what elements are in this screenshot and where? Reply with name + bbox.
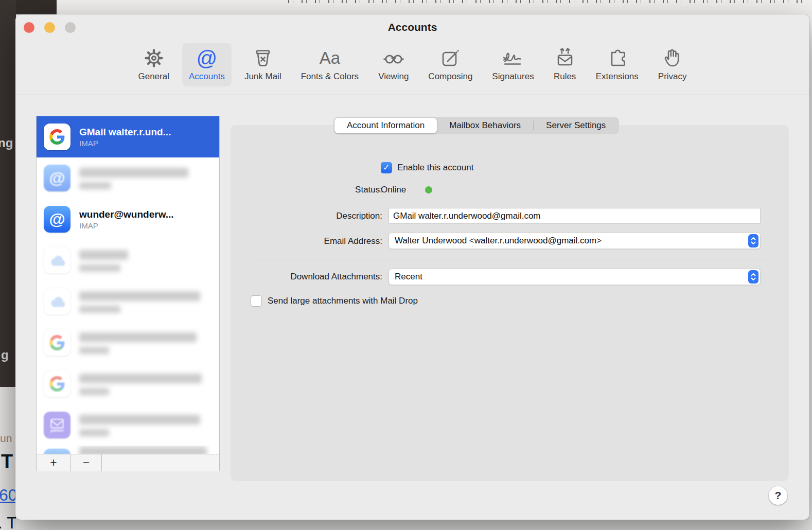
compose-icon bbox=[439, 45, 462, 71]
background-link-fragment: 60 bbox=[0, 486, 16, 505]
toolbar-item-fonts-colors[interactable]: Aa Fonts & Colors bbox=[294, 43, 365, 86]
account-type: IMAP bbox=[79, 221, 174, 230]
redacted-account-title bbox=[79, 168, 188, 178]
sidebar-controls: + − bbox=[37, 454, 219, 471]
mail-at-icon: @ bbox=[44, 206, 70, 233]
toolbar-item-label: Rules bbox=[554, 72, 576, 82]
toolbar-item-label: Fonts & Colors bbox=[301, 72, 359, 82]
status-label: Status: bbox=[237, 185, 382, 195]
remove-account-button[interactable]: − bbox=[71, 454, 102, 471]
sidebar-controls-spacer bbox=[102, 454, 219, 471]
email-address-label: Email Address: bbox=[237, 236, 382, 246]
maildrop-label: Send large attachments with Mail Drop bbox=[268, 296, 418, 306]
account-row[interactable] bbox=[37, 363, 219, 404]
background-text-fragment: T bbox=[1, 451, 13, 473]
toolbar-item-label: Privacy bbox=[658, 72, 687, 82]
add-account-button[interactable]: + bbox=[37, 454, 71, 471]
tab-server-settings[interactable]: Server Settings bbox=[534, 118, 618, 133]
redacted-account-title bbox=[79, 291, 200, 301]
account-row[interactable]: GMail walter.r.und... IMAP bbox=[37, 116, 219, 157]
maildrop-checkbox[interactable] bbox=[251, 295, 262, 307]
redacted-account-title bbox=[79, 374, 202, 383]
google-logo-icon bbox=[44, 370, 70, 397]
form-divider bbox=[253, 259, 767, 259]
toolbar-item-signatures[interactable]: Signatures bbox=[485, 43, 540, 86]
toolbar-item-label: Extensions bbox=[596, 72, 639, 82]
window-title: Accounts bbox=[15, 21, 809, 33]
account-title: wunder@wunderw... bbox=[79, 209, 174, 220]
account-title: GMail walter.r.und... bbox=[79, 127, 171, 138]
email-address-popup[interactable]: Walter Underwood <walter.r.underwood@gma… bbox=[389, 233, 761, 249]
accounts-sidebar: GMail walter.r.und... IMAP@@wunder@wunde… bbox=[36, 116, 220, 471]
account-row[interactable]: @ bbox=[37, 446, 219, 454]
background-window-top-strip bbox=[0, 0, 812, 14]
account-list: GMail walter.r.und... IMAP@@wunder@wunde… bbox=[37, 116, 219, 454]
toolbar-item-label: Signatures bbox=[492, 72, 534, 82]
account-row[interactable] bbox=[37, 281, 219, 322]
toolbar-item-label: Junk Mail bbox=[244, 72, 281, 82]
download-attachments-popup[interactable]: Recent bbox=[389, 269, 761, 285]
background-text-fragment: ng bbox=[0, 136, 13, 150]
toolbar-divider bbox=[15, 95, 809, 95]
toolbar-item-label: Composing bbox=[428, 72, 472, 82]
toolbar-item-extensions[interactable]: Extensions bbox=[589, 43, 645, 86]
google-logo-icon bbox=[44, 123, 70, 150]
redacted-account-type bbox=[79, 347, 109, 354]
redacted-account-type bbox=[79, 388, 109, 395]
glasses-icon bbox=[382, 45, 405, 71]
toolbar-item-label: Viewing bbox=[378, 72, 409, 82]
icloud-cloud-icon bbox=[44, 247, 70, 274]
rules-icon bbox=[554, 45, 576, 71]
status-online-dot bbox=[425, 186, 432, 193]
enable-account-checkbox[interactable] bbox=[381, 162, 392, 173]
redacted-account-type bbox=[79, 264, 120, 272]
account-row[interactable] bbox=[37, 240, 219, 281]
puzzle-icon bbox=[606, 45, 628, 71]
status-value: Online bbox=[381, 185, 406, 195]
account-row[interactable]: @ bbox=[37, 157, 219, 199]
download-attachments-value: Recent bbox=[395, 272, 748, 282]
redacted-account-title bbox=[79, 415, 200, 425]
redacted-account-type bbox=[79, 429, 109, 436]
account-type: IMAP bbox=[79, 139, 171, 148]
toolbar-item-accounts[interactable]: @ Accounts bbox=[182, 43, 232, 86]
account-row[interactable]: yahoo! bbox=[37, 404, 219, 446]
popup-stepper-icon bbox=[748, 270, 758, 284]
popup-stepper-icon bbox=[748, 234, 758, 248]
toolbar-item-general[interactable]: General bbox=[131, 43, 175, 86]
email-address-value: Walter Underwood <walter.r.underwood@gma… bbox=[395, 236, 748, 246]
redacted-account-title bbox=[79, 250, 128, 260]
accounts-preferences-window: Accounts General@ Accounts Junk MailAa F… bbox=[15, 14, 809, 520]
toolbar-item-viewing[interactable]: Viewing bbox=[372, 43, 415, 86]
redacted-account-type bbox=[79, 182, 111, 189]
account-row[interactable]: @wunder@wunderw... IMAP bbox=[37, 199, 219, 240]
account-row[interactable] bbox=[37, 322, 219, 363]
toolbar-item-label: Accounts bbox=[189, 72, 225, 82]
toolbar-item-rules[interactable]: Rules bbox=[547, 43, 583, 86]
yahoo-mail-icon: yahoo! bbox=[44, 412, 70, 438]
toolbar-item-privacy[interactable]: Privacy bbox=[651, 43, 694, 86]
download-attachments-label: Download Attachments: bbox=[237, 272, 382, 282]
gear-icon bbox=[143, 45, 165, 71]
toolbar-item-composing[interactable]: Composing bbox=[421, 43, 479, 86]
background-text-fragment: . T bbox=[0, 514, 16, 530]
hand-icon bbox=[661, 45, 684, 71]
preferences-toolbar: General@ Accounts Junk MailAa Fonts & Co… bbox=[15, 43, 809, 87]
toolbar-item-junk-mail[interactable]: Junk Mail bbox=[238, 43, 288, 86]
trash-icon bbox=[252, 45, 274, 71]
background-text-fragment: un bbox=[0, 432, 12, 445]
description-field[interactable] bbox=[389, 208, 761, 224]
desktop-left-strip: ng g bbox=[0, 0, 16, 387]
enable-account-label: Enable this account bbox=[397, 163, 473, 173]
help-button[interactable]: ? bbox=[769, 486, 787, 505]
at-icon: @ bbox=[197, 45, 218, 71]
signature-icon bbox=[501, 45, 525, 71]
titlebar: Accounts bbox=[15, 14, 809, 40]
toolbar-item-label: General bbox=[138, 72, 169, 82]
tab-mailbox-behaviors[interactable]: Mailbox Behaviors bbox=[437, 118, 533, 133]
clipped-text-ticks bbox=[288, 0, 803, 3]
google-logo-icon bbox=[44, 329, 70, 356]
redacted-account-title bbox=[79, 447, 207, 454]
tab-account-information[interactable]: Account Information bbox=[334, 118, 437, 133]
redacted-account-title bbox=[79, 332, 197, 342]
